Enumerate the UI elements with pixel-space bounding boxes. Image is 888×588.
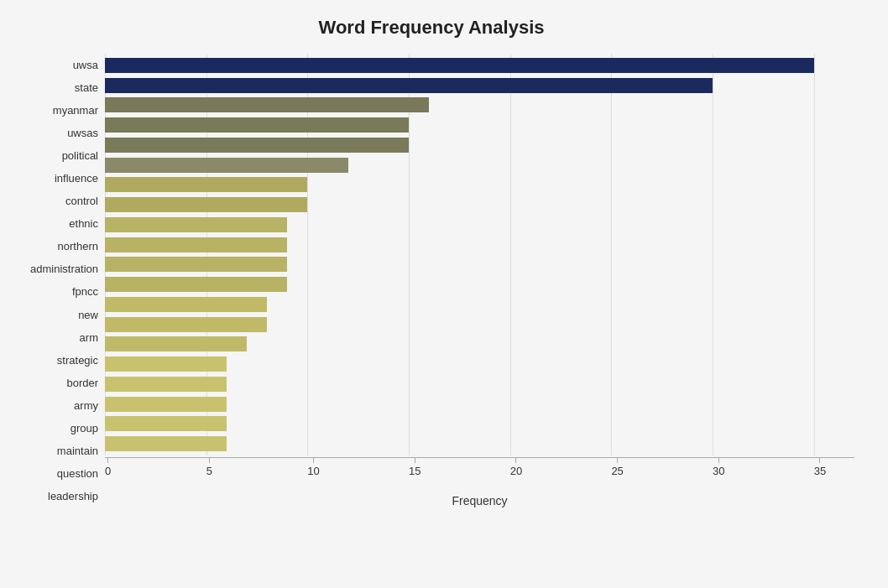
bar-row — [105, 195, 854, 214]
y-label: maintain — [8, 445, 98, 456]
bar — [105, 297, 267, 312]
x-tick-mark — [209, 458, 210, 463]
bars-and-xaxis: 05101520253035 Frequency — [105, 54, 854, 507]
bar-row — [105, 216, 854, 234]
x-tick: 5 — [206, 458, 212, 477]
y-label: strategic — [8, 355, 98, 366]
bars-section — [105, 54, 854, 455]
bar-row — [105, 315, 854, 334]
bar — [105, 277, 287, 292]
y-label: myanmar — [8, 105, 98, 116]
y-label: uwsas — [8, 127, 98, 138]
x-tick-mark — [415, 458, 415, 463]
x-tick-label: 35 — [814, 465, 826, 477]
y-label: fpncc — [8, 286, 98, 297]
bar — [105, 397, 227, 412]
bar — [105, 138, 409, 153]
x-tick-mark — [107, 458, 108, 463]
bar-row — [105, 56, 854, 75]
x-tick: 25 — [611, 458, 623, 477]
bar-row — [105, 96, 854, 114]
bar-row — [105, 295, 854, 314]
bar-row — [105, 275, 854, 294]
y-label: ethnic — [8, 218, 98, 229]
x-axis: 05101520253035 — [105, 457, 854, 491]
bar — [105, 257, 287, 272]
bar — [105, 336, 247, 351]
y-label: control — [8, 195, 98, 206]
y-label: political — [8, 150, 98, 161]
x-tick: 0 — [105, 458, 111, 477]
bar — [105, 158, 348, 173]
bar-row — [105, 175, 854, 194]
bar-row — [105, 355, 854, 373]
x-tick-mark — [819, 458, 820, 463]
x-tick-mark — [718, 458, 719, 463]
bar-row — [105, 76, 854, 95]
bar — [105, 356, 227, 372]
bar — [105, 117, 409, 133]
y-label: administration — [8, 263, 98, 274]
bar — [105, 78, 713, 93]
x-tick-label: 10 — [307, 465, 319, 477]
bars-inner — [105, 54, 854, 455]
bar — [105, 317, 267, 332]
y-label: state — [8, 82, 98, 93]
bar — [105, 58, 814, 73]
y-labels: uwsastatemyanmaruwsaspoliticalinfluencec… — [8, 54, 105, 507]
x-tick: 30 — [713, 458, 724, 477]
bar — [105, 217, 287, 232]
bar-row — [105, 375, 854, 393]
y-label: army — [8, 400, 98, 411]
bar-row — [105, 255, 854, 273]
bar-row — [105, 236, 854, 254]
bar-row — [105, 136, 854, 154]
y-label: border — [8, 377, 98, 388]
bar — [105, 436, 227, 451]
chart-title: Word Frequency Analysis — [8, 17, 854, 39]
x-tick-label: 25 — [611, 465, 623, 477]
x-tick-mark — [515, 458, 516, 463]
bar-row — [105, 434, 854, 453]
x-tick: 20 — [510, 458, 522, 477]
bar — [105, 97, 429, 112]
x-tick-label: 30 — [713, 465, 724, 477]
x-tick-label: 0 — [105, 465, 111, 477]
x-tick-label: 20 — [510, 465, 522, 477]
x-tick-mark — [313, 458, 314, 463]
bar-row — [105, 116, 854, 134]
x-tick-label: 15 — [409, 465, 420, 477]
bar-row — [105, 414, 854, 433]
bar — [105, 377, 227, 392]
y-label: uwsa — [8, 60, 98, 70]
x-tick-label: 5 — [206, 465, 212, 477]
chart-container: Word Frequency Analysis uwsastatemyanmar… — [0, 0, 888, 588]
y-label: northern — [8, 241, 98, 252]
y-label: influence — [8, 173, 98, 184]
chart-area: uwsastatemyanmaruwsaspoliticalinfluencec… — [8, 54, 854, 507]
bar — [105, 177, 307, 192]
y-label: question — [8, 468, 98, 479]
y-label: new — [8, 310, 98, 320]
y-label: arm — [8, 332, 98, 343]
bar — [105, 197, 307, 212]
x-tick: 35 — [814, 458, 826, 477]
x-tick: 10 — [307, 458, 319, 477]
bar-row — [105, 335, 854, 353]
x-axis-title: Frequency — [105, 494, 854, 507]
y-label: leadership — [8, 491, 98, 502]
bar-row — [105, 156, 854, 174]
bar — [105, 237, 287, 252]
bar-row — [105, 395, 854, 414]
x-tick: 15 — [409, 458, 420, 477]
y-label: group — [8, 423, 98, 434]
x-tick-mark — [617, 458, 618, 463]
bar — [105, 416, 227, 431]
